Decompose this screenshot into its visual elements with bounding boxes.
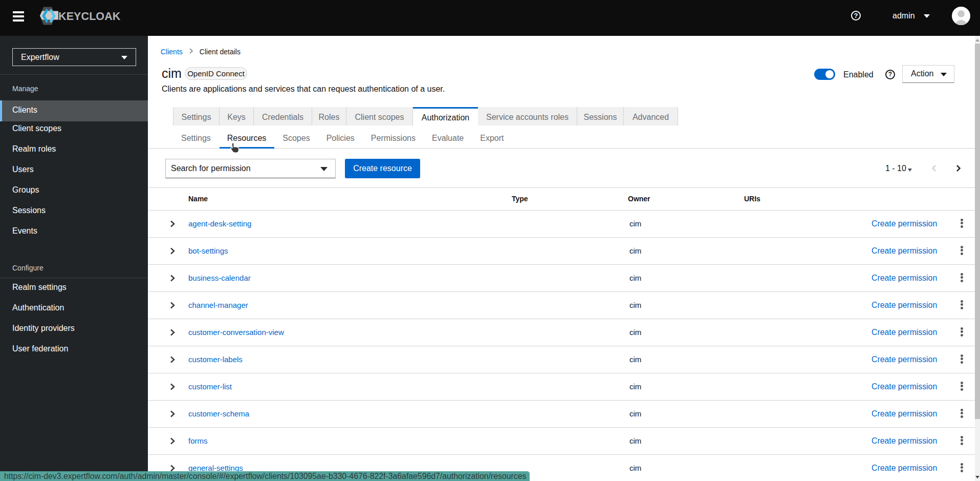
svg-text:KEYCLOAK: KEYCLOAK bbox=[58, 10, 121, 23]
